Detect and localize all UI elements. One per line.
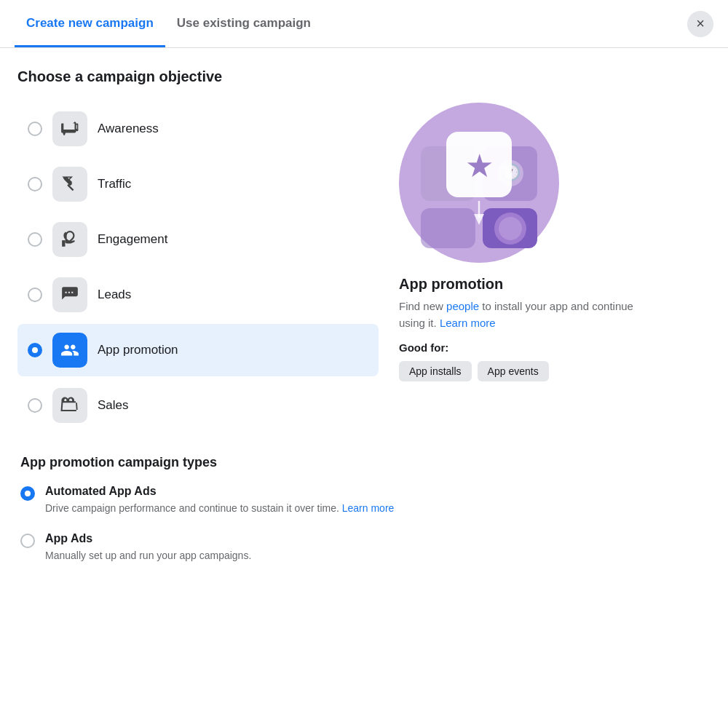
campaign-modal: Create new campaign Use existing campaig… — [0, 0, 728, 717]
svg-point-7 — [499, 217, 522, 240]
automated-title: Automated App Ads — [45, 485, 394, 498]
app-promotion-icon-box — [52, 333, 87, 368]
tag-app-events: App events — [478, 361, 549, 381]
app-ads-title: App Ads — [45, 532, 251, 545]
objective-awareness[interactable]: Awareness — [17, 103, 379, 155]
modal-header: Create new campaign Use existing campaig… — [0, 0, 728, 48]
svg-text:★: ★ — [465, 148, 494, 183]
campaign-type-app-ads[interactable]: App Ads Manually set up and run your app… — [20, 532, 708, 563]
objective-sales[interactable]: Sales — [17, 379, 379, 432]
app-promotion-icon — [60, 341, 79, 360]
engagement-icon-box — [52, 222, 87, 257]
leads-icon-box — [52, 277, 87, 312]
radio-awareness[interactable] — [28, 122, 42, 136]
engagement-icon — [60, 230, 79, 249]
sales-icon — [60, 396, 79, 415]
radio-engagement[interactable] — [28, 232, 42, 247]
radio-automated[interactable] — [20, 486, 35, 501]
svg-marker-11 — [474, 214, 484, 225]
radio-traffic[interactable] — [28, 177, 42, 191]
sales-label: Sales — [98, 398, 129, 413]
app-promotion-label: App promotion — [98, 343, 178, 357]
svg-rect-2 — [421, 208, 475, 248]
campaign-type-automated[interactable]: Automated App Ads Drive campaign perform… — [20, 485, 708, 516]
close-button[interactable]: × — [687, 11, 713, 37]
modal-content: Choose a campaign objective Awareness — [0, 48, 728, 717]
traffic-label: Traffic — [98, 177, 131, 191]
preview-title: App promotion — [399, 276, 503, 293]
radio-sales[interactable] — [28, 398, 42, 413]
objective-leads[interactable]: Leads — [17, 269, 379, 321]
tag-app-installs: App installs — [399, 361, 472, 381]
good-for-title: Good for: — [399, 341, 448, 354]
traffic-icon-box — [52, 167, 87, 202]
radio-app-ads[interactable] — [20, 534, 35, 548]
app-promotion-illustration: 🕐 ★ — [406, 110, 552, 255]
awareness-label: Awareness — [98, 122, 159, 136]
preview-learn-more-link[interactable]: Learn more — [440, 317, 496, 329]
tags-container: App installs App events — [399, 361, 549, 381]
engagement-label: Engagement — [98, 232, 167, 247]
automated-desc: Drive campaign performance and continue … — [45, 501, 394, 516]
preview-people-link[interactable]: people — [446, 300, 479, 312]
automated-content: Automated App Ads Drive campaign perform… — [45, 485, 394, 516]
preview-illustration: 🕐 ★ — [399, 103, 559, 263]
objective-app-promotion[interactable]: App promotion — [17, 324, 379, 376]
tab-existing-campaign[interactable]: Use existing campaign — [165, 1, 323, 47]
objectives-list: Awareness Traffic — [17, 103, 379, 432]
bottom-section: App promotion campaign types Automated A… — [17, 455, 711, 563]
objective-engagement[interactable]: Engagement — [17, 213, 379, 266]
objective-traffic[interactable]: Traffic — [17, 158, 379, 210]
tab-create-campaign[interactable]: Create new campaign — [15, 1, 165, 47]
section-title: Choose a campaign objective — [17, 68, 711, 85]
traffic-icon — [60, 175, 79, 194]
awareness-icon — [60, 119, 79, 138]
preview-desc-pre: Find new — [399, 300, 446, 312]
preview-description: Find new people to install your app and … — [399, 298, 661, 331]
app-ads-desc: Manually set up and run your app campaig… — [45, 548, 251, 563]
radio-leads[interactable] — [28, 288, 42, 302]
automated-learn-more[interactable]: Learn more — [342, 502, 395, 514]
main-layout: Awareness Traffic — [17, 103, 711, 432]
sales-icon-box — [52, 388, 87, 423]
radio-app-promotion[interactable] — [28, 343, 42, 357]
app-ads-content: App Ads Manually set up and run your app… — [45, 532, 251, 563]
leads-icon — [60, 285, 79, 304]
leads-label: Leads — [98, 288, 131, 302]
campaign-types-title: App promotion campaign types — [20, 455, 708, 470]
preview-panel: 🕐 ★ App promotion Find new people t — [379, 103, 711, 432]
awareness-icon-box — [52, 111, 87, 146]
